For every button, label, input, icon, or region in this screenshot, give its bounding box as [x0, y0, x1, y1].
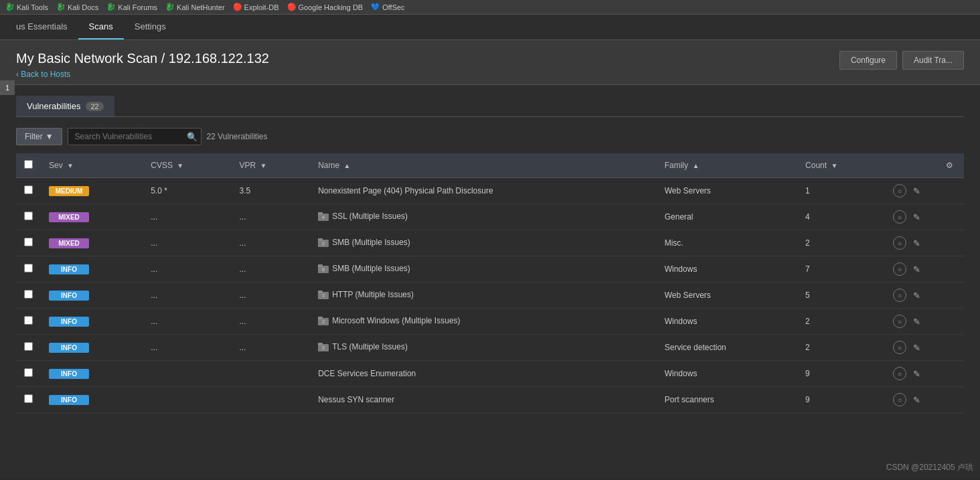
bookmark-kali-docs[interactable]: 🐉 Kali Docs — [56, 3, 98, 11]
bookmark-kali-nethunter[interactable]: 🐉 Kali NetHunter — [165, 3, 225, 11]
table-row: MIXED...... 4 SSL (Multiple Issues) Gene… — [16, 204, 964, 230]
nav-essentials[interactable]: us Essentials — [5, 15, 78, 39]
vuln-family: Service detection — [657, 335, 797, 361]
folder-svg: 2 — [318, 238, 329, 247]
search-container: 🔍 — [68, 128, 201, 145]
vuln-count: 9 — [797, 387, 885, 413]
action-icons: ○ ✎ — [893, 315, 956, 328]
vuln-name[interactable]: 2 SMB (Multiple Issues) — [310, 230, 657, 256]
svg-text:2: 2 — [322, 240, 325, 246]
bookmark-kali-tools[interactable]: 🐉 Kali Tools — [5, 3, 48, 11]
nav-settings[interactable]: Settings — [124, 15, 177, 39]
nav-scans[interactable]: Scans — [78, 15, 124, 39]
vuln-family: General — [657, 204, 797, 230]
row-checkbox[interactable] — [24, 316, 33, 325]
select-all-checkbox[interactable] — [24, 160, 33, 169]
table-row: INFO...... 2 TLS (Multiple Issues) Servi… — [16, 335, 964, 361]
row-checkbox[interactable] — [24, 342, 33, 351]
vuln-name[interactable]: 3 HTTP (Multiple Issues) — [310, 283, 657, 309]
action-info-button[interactable]: ○ — [893, 236, 906, 250]
severity-badge: INFO — [49, 369, 89, 379]
action-info-button[interactable]: ○ — [893, 367, 906, 380]
row-checkbox[interactable] — [24, 185, 33, 194]
action-edit-button[interactable]: ✎ — [913, 186, 920, 196]
row-checkbox[interactable] — [24, 290, 33, 299]
cvss-value: ... — [143, 283, 231, 309]
th-name[interactable]: Name ▲ — [310, 153, 657, 178]
action-edit-button[interactable]: ✎ — [913, 212, 920, 222]
action-info-button[interactable]: ○ — [893, 289, 906, 302]
tab-vulnerabilities[interactable]: Vulnerabilities 22 — [16, 96, 114, 116]
vpr-value: ... — [231, 204, 310, 230]
page-header: My Basic Network Scan / 192.168.122.132 … — [0, 40, 980, 85]
filter-bar: Filter ▼ 🔍 22 Vulnerabilities — [16, 128, 964, 145]
th-cvss[interactable]: CVSS ▼ — [143, 153, 231, 178]
row-checkbox[interactable] — [24, 212, 33, 220]
th-severity[interactable]: Sev ▼ — [41, 153, 143, 178]
bookmark-google-hacking[interactable]: 🔴 Google Hacking DB — [287, 3, 363, 11]
cvss-value: ... — [143, 230, 231, 256]
action-info-button[interactable]: ○ — [893, 184, 906, 197]
bookmark-offsec[interactable]: 💙 OffSec — [371, 3, 404, 11]
th-gear[interactable]: ⚙ — [885, 153, 964, 178]
vuln-name[interactable]: 6 SMB (Multiple Issues) — [310, 256, 657, 283]
action-edit-button[interactable]: ✎ — [913, 395, 920, 405]
action-info-button[interactable]: ○ — [893, 210, 906, 224]
vuln-name[interactable]: 2 Microsoft Windows (Multiple Issues) — [310, 309, 657, 335]
vuln-name[interactable]: DCE Services Enumeration — [310, 361, 657, 387]
row-checkbox[interactable] — [24, 368, 33, 377]
vuln-family: Windows — [657, 256, 797, 283]
search-icon-button[interactable]: 🔍 — [187, 132, 197, 142]
th-count[interactable]: Count ▼ — [797, 153, 885, 178]
th-vpr[interactable]: VPR ▼ — [231, 153, 310, 178]
configure-button[interactable]: Configure — [839, 51, 897, 70]
cvss-value: ... — [143, 335, 231, 361]
cvss-sort-arrow: ▼ — [177, 162, 183, 169]
audit-trail-button[interactable]: Audit Tra... — [902, 51, 964, 70]
header-left: My Basic Network Scan / 192.168.122.132 … — [16, 51, 269, 79]
vuln-name[interactable]: Nessus SYN scanner — [310, 387, 657, 413]
vuln-count: 4 — [797, 204, 885, 230]
offsec-icon: 💙 — [371, 3, 380, 11]
action-edit-button[interactable]: ✎ — [913, 343, 920, 353]
action-info-button[interactable]: ○ — [893, 315, 906, 328]
filter-button[interactable]: Filter ▼ — [16, 128, 62, 145]
action-info-button[interactable]: ○ — [893, 262, 906, 276]
severity-badge: INFO — [49, 264, 89, 274]
cvss-value: 5.0 * — [143, 178, 231, 204]
cvss-value — [143, 361, 231, 387]
name-sort-arrow: ▲ — [344, 162, 351, 169]
vuln-name[interactable]: 4 SSL (Multiple Issues) — [310, 204, 657, 230]
table-row: INFONessus SYN scannerPort scanners9 ○ ✎ — [16, 387, 964, 413]
action-info-button[interactable]: ○ — [893, 393, 906, 406]
th-family[interactable]: Family ▲ — [657, 153, 797, 178]
bookmarks-bar: 🐉 Kali Tools 🐉 Kali Docs 🐉 Kali Forums 🐉… — [0, 0, 980, 15]
action-edit-button[interactable]: ✎ — [913, 264, 920, 274]
row-checkbox[interactable] — [24, 394, 33, 403]
vuln-family: Misc. — [657, 230, 797, 256]
folder-svg: 6 — [318, 264, 329, 273]
row-checkbox[interactable] — [24, 238, 33, 246]
bookmark-exploit-db[interactable]: 🔴 Exploit-DB — [233, 3, 279, 11]
vuln-name[interactable]: 2 TLS (Multiple Issues) — [310, 335, 657, 361]
vuln-count: 7 — [797, 256, 885, 283]
action-info-button[interactable]: ○ — [893, 341, 906, 354]
folder-icon: 6 SMB (Multiple Issues) — [318, 264, 410, 273]
action-edit-button[interactable]: ✎ — [913, 238, 920, 248]
count-sort-arrow: ▼ — [831, 162, 837, 169]
bookmark-kali-forums[interactable]: 🐉 Kali Forums — [106, 3, 157, 11]
action-edit-button[interactable]: ✎ — [913, 369, 920, 379]
svg-text:4: 4 — [322, 214, 325, 220]
row-checkbox[interactable] — [24, 264, 33, 272]
vuln-count: 2 — [797, 335, 885, 361]
vuln-family: Windows — [657, 361, 797, 387]
action-edit-button[interactable]: ✎ — [913, 317, 920, 327]
vuln-family: Port scanners — [657, 387, 797, 413]
vuln-count: 2 — [797, 309, 885, 335]
severity-badge: INFO — [49, 317, 89, 327]
search-input[interactable] — [68, 128, 201, 145]
cvss-value — [143, 387, 231, 413]
back-to-hosts-link[interactable]: Back to Hosts — [16, 70, 70, 79]
action-edit-button[interactable]: ✎ — [913, 291, 920, 301]
vuln-name[interactable]: Nonexistent Page (404) Physical Path Dis… — [310, 178, 657, 204]
